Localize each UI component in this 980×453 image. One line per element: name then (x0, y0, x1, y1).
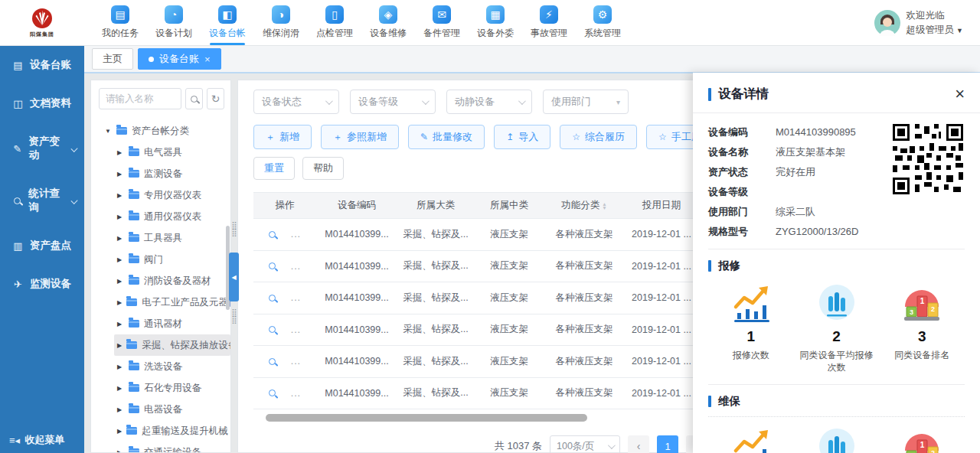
tree-node[interactable]: ▶消防设备及器材 (114, 270, 230, 292)
more-actions-button[interactable]: ... (291, 388, 301, 399)
more-actions-button[interactable]: ... (291, 229, 301, 240)
table-row[interactable]: ... M014410399... 采掘、钻探及... 液压支架 各种液压支架 … (253, 346, 728, 378)
sort-icons[interactable]: ▲▼ (602, 202, 606, 210)
table-row[interactable]: ... M014410399... 采掘、钻探及... 液压支架 各种液压支架 … (253, 314, 728, 347)
table-row[interactable]: ... M014410399... 采掘、钻探及... 液压支架 各种液压支架 … (253, 378, 728, 410)
category-tree-panel: ↻ ▼ 资产台帐分类 ▶电气器具 ▶监测设备 ▶专用仪器仪表 ▶通用仪器仪表 ▶… (90, 80, 231, 453)
reference-add-button[interactable]: ＋参照新增 (321, 125, 399, 149)
caret-closed-icon[interactable]: ▶ (117, 299, 122, 306)
more-actions-button[interactable]: ... (291, 292, 301, 303)
more-actions-button[interactable]: ... (291, 261, 301, 272)
view-detail-icon[interactable] (269, 326, 276, 333)
sidebar-item-asset-change[interactable]: ✎ 资产变动 (0, 122, 84, 174)
nav-system-mgmt[interactable]: ⚙ 系统管理 (576, 0, 629, 45)
sidebar-item-asset-inventory[interactable]: ▥ 资产盘点 (0, 226, 84, 265)
view-detail-icon[interactable] (269, 295, 276, 301)
tree-node[interactable]: ▶电气器具 (114, 142, 230, 163)
tree-root-node[interactable]: ▼ 资产台帐分类 (102, 120, 230, 142)
filter-equipment-grade[interactable]: 设备等级 (350, 90, 436, 114)
tab-equipment-ledger[interactable]: 设备台账 × (138, 48, 221, 70)
nav-equipment-plan[interactable]: ◔ 设备计划 (147, 0, 201, 45)
splitter-collapse-handle[interactable]: ◀ (229, 253, 239, 301)
table-horizontal-scrollbar[interactable] (266, 414, 587, 422)
more-actions-button[interactable]: ... (291, 324, 301, 335)
folder-icon (126, 298, 137, 306)
caret-closed-icon[interactable]: ▶ (117, 213, 124, 220)
detail-body: 设备编码M0144103990895 设备名称液压支架基本架 资产状态完好在用 … (693, 113, 980, 453)
tab-home[interactable]: 主页 (92, 48, 133, 70)
close-icon[interactable]: × (955, 86, 965, 103)
caret-closed-icon[interactable]: ▶ (117, 149, 124, 156)
user-menu[interactable]: 欢迎光临 超级管理员▼ (874, 8, 980, 37)
nav-inspection-mgmt[interactable]: ▯ 点检管理 (308, 0, 361, 45)
view-detail-icon[interactable] (269, 231, 276, 238)
tree-node[interactable]: ▶专用仪器仪表 (114, 184, 230, 206)
filter-equipment-status[interactable]: 设备状态 (253, 90, 339, 114)
batch-edit-button[interactable]: ✎批量修改 (408, 125, 485, 149)
tree-refresh-button[interactable]: ↻ (207, 88, 224, 109)
sidebar-item-statistics-query[interactable]: 统计查询 (0, 174, 84, 226)
tree-node[interactable]: ▶工具器具 (114, 227, 230, 249)
tree-node[interactable]: ▶石化专用设备 (114, 377, 230, 399)
nav-maintenance-lubrication[interactable]: ◑ 维保润滑 (254, 0, 308, 45)
import-button[interactable]: ↥导入 (494, 125, 550, 149)
help-button[interactable]: 帮助 (302, 157, 344, 180)
nav-outsourcing[interactable]: ▦ 设备外委 (469, 0, 522, 45)
tree-node[interactable]: ▶监测设备 (114, 163, 230, 184)
page-size-select[interactable]: 100条/页 (550, 435, 620, 453)
bar-chart-icon (815, 284, 858, 324)
tab-close-icon[interactable]: × (204, 54, 211, 65)
collapse-menu-button[interactable]: ≡◂ 收起菜单 (0, 433, 84, 447)
podium-rank-icon: 3 1 2 (900, 284, 943, 324)
tree-search-button[interactable] (185, 88, 203, 109)
caret-closed-icon[interactable]: ▶ (117, 406, 124, 413)
caret-closed-icon[interactable]: ▶ (117, 321, 124, 328)
more-actions-button[interactable]: ... (291, 356, 301, 367)
tree-search-input[interactable] (99, 88, 181, 109)
panel-splitter[interactable]: ⣿⣿ ◀ ⣿⣿ (231, 80, 237, 453)
filter-dynamic-static[interactable]: 动静设备 (446, 90, 532, 114)
caret-closed-icon[interactable]: ▶ (117, 428, 122, 435)
table-row[interactable]: ... M014410399... 采掘、钻探及... 液压支架 各种液压支架 … (253, 251, 728, 283)
caret-open-icon[interactable]: ▼ (105, 128, 112, 135)
current-page-button[interactable]: 1 (657, 435, 678, 453)
system-monitor-icon: ⚙ (593, 5, 612, 24)
sidebar-item-monitoring-equipment[interactable]: ✈ 监测设备 (0, 265, 84, 303)
tree-node[interactable]: ▶电器设备 (114, 399, 230, 420)
view-detail-icon[interactable] (269, 389, 276, 396)
nav-equipment-ledger[interactable]: ◧ 设备台帐 (201, 0, 254, 45)
nav-accident-mgmt[interactable]: ⚡ 事故管理 (522, 0, 576, 45)
tree-node[interactable]: ▶洗选设备 (114, 356, 230, 377)
caret-closed-icon[interactable]: ▶ (117, 278, 124, 285)
view-detail-icon[interactable] (269, 358, 276, 365)
tree-node[interactable]: ▶通讯器材 (114, 313, 230, 334)
tree-node[interactable]: ▶通用仪器仪表 (114, 206, 230, 227)
table-row[interactable]: ... M014410399... 采掘、钻探及... 液压支架 各种液压支架 … (253, 219, 728, 251)
reset-button[interactable]: 重置 (253, 157, 295, 180)
sidebar-item-equipment-ledger[interactable]: ▤ 设备台账 (0, 46, 84, 84)
folder-icon (129, 213, 139, 220)
table-row[interactable]: ... M014410399... 采掘、钻探及... 液压支架 各种液压支架 … (253, 282, 728, 314)
caret-closed-icon[interactable]: ▶ (117, 192, 124, 199)
tree-node-selected[interactable]: ▶采掘、钻探及抽放设备 (114, 334, 230, 356)
tree-node[interactable]: ▶起重输送及提升机械 (114, 420, 230, 442)
composite-history-button[interactable]: ☆综合履历 (560, 125, 637, 149)
caret-closed-icon[interactable]: ▶ (117, 235, 124, 242)
sidebar-item-documents[interactable]: ◫ 文档资料 (0, 84, 84, 122)
caret-closed-icon[interactable]: ▶ (117, 256, 124, 263)
filter-using-department[interactable]: 使用部门▾ (543, 90, 629, 114)
nav-my-tasks[interactable]: ▤ 我的任务 (93, 0, 147, 45)
caret-closed-icon[interactable]: ▶ (117, 363, 124, 370)
tree-node[interactable]: ▶交通运输设备 (114, 442, 230, 453)
add-button[interactable]: ＋新增 (253, 125, 312, 149)
tree-node[interactable]: ▶阀门 (114, 249, 230, 270)
view-detail-icon[interactable] (269, 262, 276, 269)
nav-spare-parts[interactable]: ✉ 备件管理 (415, 0, 469, 45)
caret-closed-icon[interactable]: ▶ (117, 171, 124, 178)
caret-closed-icon[interactable]: ▶ (117, 342, 122, 349)
nav-equipment-repair[interactable]: ◈ 设备维修 (361, 0, 415, 45)
prev-page-button[interactable]: ‹ (628, 435, 649, 453)
caret-closed-icon[interactable]: ▶ (117, 449, 124, 453)
caret-closed-icon[interactable]: ▶ (117, 385, 124, 392)
tree-node[interactable]: ▶电子工业产品及元器件 (114, 292, 230, 313)
